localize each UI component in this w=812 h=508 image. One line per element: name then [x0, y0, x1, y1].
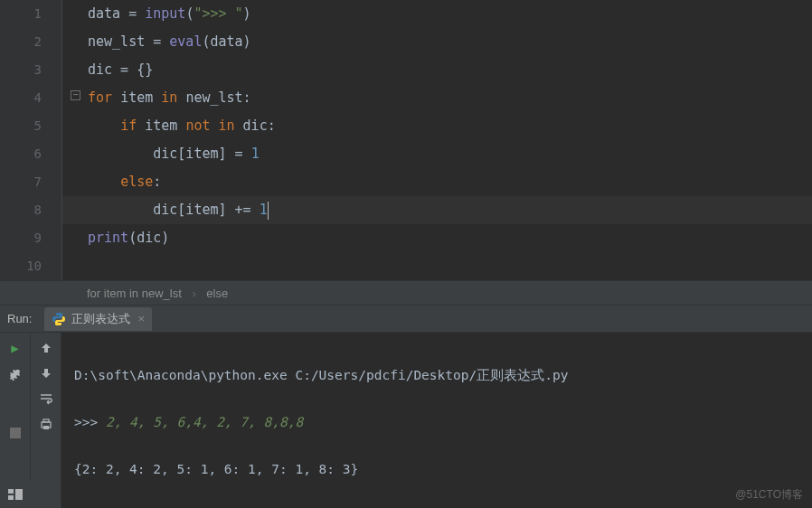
svg-rect-0	[10, 428, 21, 438]
scroll-up-icon[interactable]	[38, 340, 54, 356]
breadcrumb-item[interactable]: for item in new_lst	[87, 287, 182, 300]
run-tab-name: 正则表达式	[71, 311, 130, 327]
code-editor: 1 2 3 4 5 6 7 8 9 10 − ⌃ data = input(">…	[0, 0, 812, 280]
stop-icon[interactable]	[7, 425, 24, 441]
svg-rect-6	[15, 489, 23, 500]
breadcrumb-separator-icon: ›	[192, 287, 195, 300]
svg-rect-5	[8, 495, 14, 500]
run-tool-header: Run: 正则表达式 ×	[0, 306, 812, 333]
soft-wrap-icon[interactable]	[38, 390, 54, 407]
run-panel: ▶ D:\soft\Anaconda\python.exe C:/Users/p…	[0, 333, 812, 508]
run-label: Run:	[7, 312, 32, 325]
structure-tool-icon[interactable]	[0, 481, 31, 508]
line-number: 5	[0, 112, 42, 140]
settings-icon[interactable]	[7, 369, 24, 385]
line-number: 4	[0, 84, 42, 112]
line-number: 1	[0, 0, 42, 28]
line-number: 6	[0, 140, 42, 168]
line-number: 10	[0, 252, 42, 280]
line-gutter: 1 2 3 4 5 6 7 8 9 10	[0, 0, 61, 280]
run-tab[interactable]: 正则表达式 ×	[44, 307, 152, 331]
rerun-icon[interactable]: ▶	[7, 340, 24, 356]
line-number: 7	[0, 168, 42, 196]
console-line: >>> 2, 4, 5, 6,4, 2, 7, 8,8,8	[74, 410, 799, 434]
close-icon[interactable]: ×	[137, 312, 145, 325]
run-toolbar-right	[31, 333, 61, 508]
console-output[interactable]: D:\soft\Anaconda\python.exe C:/Users/pdc…	[61, 333, 812, 508]
breadcrumb-item[interactable]: else	[206, 287, 228, 300]
breadcrumb-bar: for item in new_lst › else	[0, 280, 812, 306]
console-line: D:\soft\Anaconda\python.exe C:/Users/pdc…	[74, 363, 799, 387]
scroll-down-icon[interactable]	[38, 365, 54, 381]
watermark-text: @51CTO博客	[735, 487, 803, 503]
python-icon	[52, 312, 66, 326]
line-number: 9	[0, 224, 42, 252]
console-line: {2: 2, 4: 2, 5: 1, 6: 1, 7: 1, 8: 3}	[74, 457, 799, 481]
svg-rect-2	[43, 419, 49, 422]
svg-rect-3	[43, 426, 49, 429]
line-number: 8	[0, 196, 42, 224]
print-icon[interactable]	[38, 416, 54, 432]
code-area[interactable]: data = input(">>> ") new_lst = eval(data…	[61, 0, 812, 280]
line-number: 3	[0, 56, 42, 84]
svg-rect-4	[8, 489, 14, 494]
line-number: 2	[0, 28, 42, 56]
text-cursor	[268, 202, 269, 220]
console-line	[74, 504, 799, 508]
